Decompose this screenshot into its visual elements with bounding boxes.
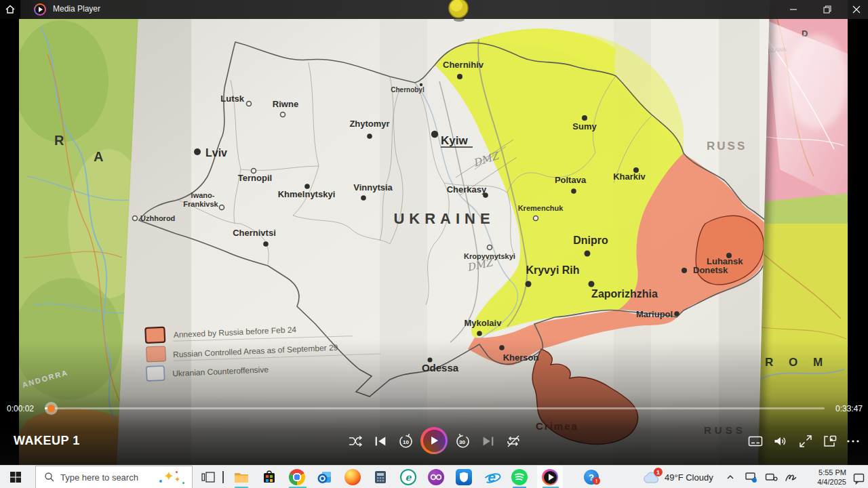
next-track-icon	[481, 434, 496, 449]
internet-explorer-icon: e	[484, 469, 500, 485]
clock-date: 4/4/2025	[804, 477, 846, 487]
shuffle-icon	[347, 433, 363, 449]
window-title: Media Player	[53, 4, 100, 14]
tray-device[interactable]	[764, 470, 778, 484]
task-view-button[interactable]	[195, 466, 221, 488]
miniplayer-button[interactable]	[820, 431, 840, 451]
country-label-ukraine: UKRAINE	[393, 210, 494, 227]
seek-thumb[interactable]	[47, 405, 55, 412]
label-kremenchuk: Kremenchuk	[518, 204, 564, 212]
marker-khmelnytskyi	[304, 184, 310, 189]
russia-label-right: RUSS	[707, 140, 747, 152]
previous-button[interactable]	[370, 431, 391, 451]
taskbar-chrome[interactable]	[284, 466, 310, 488]
taskbar-ms-store[interactable]	[256, 466, 282, 488]
taskbar-security-app[interactable]	[451, 466, 477, 488]
marker-mykolaiv	[477, 331, 482, 336]
miniplayer-icon	[822, 433, 838, 449]
marker-uzhhorod	[133, 216, 138, 221]
label-zaporizhzhia: Zaporizhzhia	[591, 288, 658, 300]
weather-temp: 49°F	[665, 472, 684, 483]
marker-chernihiv	[457, 74, 462, 79]
marker-iwano-frankivsk	[220, 205, 224, 210]
chrome-icon	[289, 469, 305, 485]
search-icon	[44, 472, 55, 483]
map-pushpin	[446, 0, 471, 23]
marker-chernivtsi	[263, 241, 269, 247]
taskbar-clock[interactable]: 5:55 PM 4/4/2025	[804, 468, 846, 487]
marker-lviv	[194, 148, 201, 155]
home-button[interactable]	[0, 0, 20, 19]
tray-ink[interactable]	[783, 470, 798, 484]
shuffle-button[interactable]	[345, 431, 366, 451]
play-button[interactable]	[420, 427, 448, 454]
marker-kyiv	[431, 131, 438, 138]
taskbar-internet-explorer[interactable]: e	[479, 466, 505, 488]
taskbar-firefox[interactable]	[340, 466, 366, 488]
label-cherkasy: Cherkasy	[447, 184, 487, 195]
taskbar-separator	[222, 471, 224, 483]
minimize-button[interactable]	[782, 0, 805, 19]
weather-widget[interactable]: 1 49°F Cloudy	[642, 466, 713, 488]
media-player-icon	[542, 469, 558, 485]
label-iwano: Iwano-	[191, 191, 215, 199]
marker-mariupol	[674, 311, 679, 317]
label-kyiv: Kyiw	[441, 134, 468, 147]
notification-icon	[852, 472, 865, 485]
label-zhytomyr: Zhytomyr	[349, 119, 389, 129]
marker-kropyvnytskyi	[488, 245, 492, 250]
label-lviv: Lviv	[205, 147, 227, 159]
next-button[interactable]	[478, 431, 498, 451]
taskbar-eset[interactable]: e	[395, 466, 421, 488]
taskbar-goggles-app[interactable]	[423, 466, 449, 488]
repeat-off-button[interactable]	[503, 431, 524, 451]
close-button[interactable]	[845, 0, 868, 19]
label-sumy: Sumy	[572, 121, 597, 131]
label-mariupol: Mariupol	[636, 309, 673, 319]
start-button[interactable]	[0, 466, 31, 488]
label-vinnytsia: Vinnytsia	[353, 182, 393, 192]
clock-time: 5:55 PM	[804, 468, 846, 477]
subtitles-button[interactable]	[745, 431, 766, 451]
search-placeholder: Type here to search	[60, 472, 138, 483]
search-input[interactable]: Type here to search ✦✦	[35, 466, 193, 488]
marker-sumy	[582, 115, 587, 121]
seek-bar[interactable]	[45, 407, 825, 409]
taskbar-outlook[interactable]	[312, 466, 338, 488]
more-options-button[interactable]	[843, 431, 863, 451]
marker-vinnytsia	[361, 195, 366, 201]
tray-chevron-button[interactable]	[723, 470, 738, 484]
label-donetsk: Donetsk	[693, 265, 728, 275]
file-explorer-icon	[233, 469, 250, 485]
security-shield-icon	[456, 469, 472, 485]
taskbar-file-explorer[interactable]	[229, 466, 254, 488]
search-highlights-icon[interactable]: ✦✦	[155, 470, 186, 486]
marker-kremenchuk	[534, 216, 538, 221]
player-controls-overlay: 0:00:02 0:33:47 WAKEUP 1 10	[0, 339, 868, 465]
marker-poltava	[571, 188, 576, 194]
taskbar: Type here to search ✦✦	[0, 465, 868, 488]
label-chernihiv: Chernihiv	[443, 60, 484, 70]
skip-forward-label: 30	[459, 439, 465, 445]
label-ternopil: Ternopil	[238, 173, 272, 183]
eset-icon: e	[400, 469, 416, 485]
fullscreen-button[interactable]	[795, 431, 816, 451]
tray-display-pen[interactable]	[744, 470, 759, 484]
more-options-icon	[846, 434, 861, 449]
task-view-icon	[201, 470, 216, 485]
skip-back-button[interactable]: 10	[395, 431, 416, 451]
label-mykolaiv: Mykolaiv	[465, 318, 502, 328]
skip-forward-button[interactable]: 30	[453, 431, 473, 451]
taskbar-calculator[interactable]	[368, 466, 393, 488]
label-chernobyl: Chernobyl	[391, 86, 425, 94]
taskbar-spotify[interactable]	[507, 466, 532, 488]
titlebar: Media Player	[0, 0, 868, 19]
taskbar-media-player[interactable]	[537, 466, 563, 488]
marker-donetsk	[682, 268, 687, 273]
marker-lutsk	[247, 102, 252, 106]
wall-label-france-r: R	[54, 133, 64, 148]
action-center-button[interactable]	[851, 471, 866, 485]
volume-button[interactable]	[770, 431, 791, 451]
subtitles-icon	[747, 433, 764, 449]
maximize-button[interactable]	[816, 0, 839, 19]
